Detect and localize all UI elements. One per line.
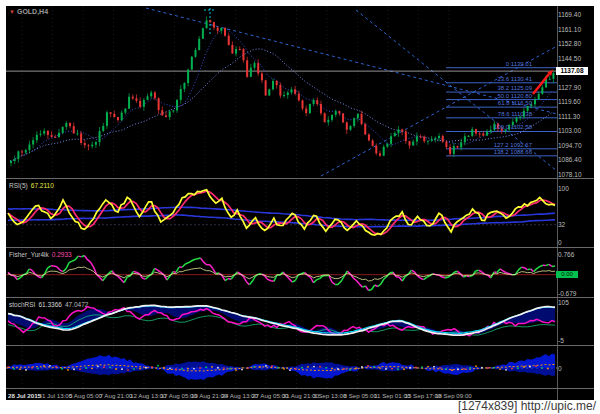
fisher-zero-value-box: 0.00 xyxy=(556,271,578,278)
time-axis-label: 31 Jul 13:00 xyxy=(39,392,73,399)
fib-level-label: 50.0 1120.80 xyxy=(444,93,532,99)
oscillator-panel-canvas[interactable] xyxy=(6,347,557,388)
fib-level-label: 78.6 1110.38 xyxy=(444,111,532,117)
price-axis-label: 1119.60 xyxy=(558,98,581,105)
rsi-scale-label: 0 xyxy=(558,239,562,246)
panel-separator xyxy=(6,247,594,248)
fib-level-label: 138.2 1088.66 xyxy=(444,149,532,155)
time-axis-label: 8 Sep 05:00 xyxy=(344,392,377,399)
price-axis-label: 1103.00 xyxy=(558,127,581,134)
oscillator-scale-label: 0 xyxy=(558,365,562,372)
time-axis-label: 7 Aug 21:00 xyxy=(100,392,133,399)
price-axis-label: 1169.40 xyxy=(558,11,581,18)
price-axis-label: 1086.40 xyxy=(558,156,582,163)
stochrsi-panel-canvas[interactable] xyxy=(6,299,557,345)
fisher-scale-label: 0.766 xyxy=(558,251,574,258)
panel-separator xyxy=(6,297,594,298)
price-axis-label: 1144.50 xyxy=(558,55,581,62)
time-axis-label: 5 Aug 05:00 xyxy=(69,392,102,399)
price-axis-label: 1152.80 xyxy=(558,40,581,47)
time-axis-label: 28 Jul 2015 xyxy=(8,392,41,399)
current-price-box: 1137.08 xyxy=(556,67,588,75)
rsi-panel-canvas[interactable] xyxy=(6,180,557,247)
rsi-scale-label: 32 xyxy=(558,221,565,228)
fisher-scale-label: -0.679 xyxy=(558,290,576,297)
watermark-text: [1274x839] http://upic.me/ xyxy=(458,399,596,413)
fib-level-label: 127.2 1092.67 xyxy=(444,142,532,148)
panel-separator xyxy=(6,178,594,179)
fisher-panel-canvas[interactable] xyxy=(6,249,557,297)
price-axis-label: 1127.90 xyxy=(558,84,581,91)
stochrsi-scale-label: 105 xyxy=(558,299,569,306)
screenshot-page: ▼GOLD,H4 RSI(5)67.2110 Fisher_Yur4ik0.29… xyxy=(0,0,600,414)
fib-level-label: 23.6 1130.41 xyxy=(444,76,532,82)
time-axis-label: 18 Sep 09:00 xyxy=(435,392,472,399)
panel-separator xyxy=(6,388,594,389)
panel-separator xyxy=(6,345,594,346)
fib-level-label: 38.2 1125.09 xyxy=(444,85,532,91)
time-axis-label: 3 Sep 13:00 xyxy=(313,392,346,399)
price-axis-label: 1094.70 xyxy=(558,142,582,149)
price-axis-label: 1111.30 xyxy=(558,113,580,120)
price-axis-label: 1161.10 xyxy=(558,26,581,33)
price-axis-label: 1078.10 xyxy=(558,171,582,178)
fib-level-label: 0 1139.01 xyxy=(444,61,532,67)
fib-level-label: 100.0 1102.58 xyxy=(444,124,532,130)
stochrsi-scale-label: -5 xyxy=(558,337,564,344)
fib-level-label: 61.8 1116.50 xyxy=(444,100,532,106)
rsi-scale-label: 100 xyxy=(558,185,569,192)
